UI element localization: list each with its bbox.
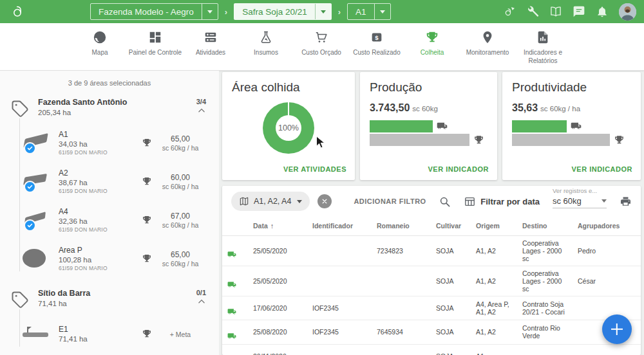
- card-title: Produção: [370, 80, 488, 95]
- field-goal[interactable]: 60,00 sc 60kg / ha: [142, 173, 209, 190]
- actual-bar-row: [370, 120, 471, 132]
- areas-filter-chip-label: A1, A2, A4: [254, 197, 291, 206]
- harvest-row[interactable]: 17/06/2020IOF2345SOJAA4, Area P, A1, A2C…: [222, 296, 641, 320]
- season-selector-dropdown[interactable]: [315, 4, 331, 19]
- area-selector[interactable]: A1: [347, 3, 391, 20]
- farm-group-fazenda-santo-antonio: Fazenda Santo Antônio 205,34 ha 3/4 A1 3…: [0, 91, 219, 282]
- see-activities-link[interactable]: VER ATIVIDADES: [283, 165, 346, 173]
- help-book-icon[interactable]: [549, 5, 562, 18]
- see-indicator-link[interactable]: VER INDICADOR: [428, 165, 489, 173]
- module-navbar: MapaPainel de ControleAtividadesInsumosC…: [0, 23, 644, 71]
- field-item-a2[interactable]: A2 38,67 ha61I59 DON MARIO 60,00 sc 60kg…: [0, 162, 219, 201]
- collapse-chevron-icon[interactable]: [197, 297, 206, 306]
- topbar: Fazenda Modelo - Aegro › Safra Soja 20/2…: [0, 0, 644, 23]
- area-selector-value: A1: [348, 7, 374, 17]
- nav-item-atividades[interactable]: Atividades: [183, 23, 238, 70]
- field-area: 100,28 ha: [59, 256, 142, 264]
- add-filter-button[interactable]: ADICIONAR FILTRO: [354, 197, 426, 205]
- field-shape-wrap: [22, 321, 50, 347]
- productivity-value-line: 35,63sc 60kg / ha: [512, 102, 631, 114]
- cell-romaneio: 7645934: [373, 320, 432, 344]
- harvest-row[interactable]: 25/05/2020SOJAA1, A2Cooperativa Lages - …: [222, 266, 641, 296]
- goal-text: 67,00 sc 60kg / ha: [152, 212, 209, 229]
- main-panel: Área colhida 100% VER ATIVIDADES Produçã…: [219, 71, 644, 355]
- nav-item-colheita[interactable]: Colheita: [404, 23, 460, 70]
- column-agrupadores[interactable]: Agrupadores: [574, 217, 641, 236]
- sort-asc-icon[interactable]: ↑: [270, 222, 274, 230]
- notifications-bell-icon[interactable]: [596, 5, 609, 18]
- field-area: 38,67 ha: [59, 179, 142, 187]
- goal-unit: + Meta: [152, 331, 209, 338]
- field-area: 34,03 ha: [59, 140, 142, 148]
- search-icon[interactable]: [439, 196, 451, 208]
- field-text: E1 71,41 ha: [59, 325, 142, 343]
- print-icon[interactable]: [620, 196, 632, 208]
- user-avatar[interactable]: [619, 3, 636, 21]
- column-romaneio[interactable]: Romaneio: [373, 217, 432, 236]
- cell-agrupadores: [574, 344, 641, 355]
- column-cultivar[interactable]: Cultivar: [432, 217, 472, 236]
- assistant-icon[interactable]: [503, 5, 516, 18]
- unit-select-caption: Ver registros e...: [553, 187, 597, 194]
- field-goal[interactable]: + Meta: [142, 329, 209, 339]
- nav-label: Atividades: [196, 48, 225, 57]
- goal-bar: [512, 134, 610, 146]
- nav-label: Colheita: [421, 48, 444, 57]
- chat-icon[interactable]: [573, 5, 585, 18]
- date-grid-icon: [464, 196, 476, 208]
- season-selector[interactable]: Safra Soja 20/21: [234, 3, 332, 20]
- column-identificador[interactable]: Identificador: [308, 217, 373, 236]
- field-item-e1[interactable]: E1 71,41 ha + Meta: [0, 314, 219, 353]
- harvest-row[interactable]: 25/08/2020IOF23457645934SOJAA1, A2Contra…: [222, 320, 641, 344]
- nav-label: Painel de Controle: [129, 48, 182, 57]
- nav-item-mapa[interactable]: Mapa: [72, 23, 128, 70]
- add-record-fab[interactable]: [602, 314, 632, 344]
- nav-label: Indicadores e Relatórios: [515, 48, 571, 65]
- card-title: Área colhida: [232, 80, 345, 95]
- cell-data: 17/06/2020: [249, 296, 308, 320]
- unit-select[interactable]: Ver registros e... sc 60kg: [553, 195, 607, 208]
- nav-item-custo-realizado[interactable]: $Custo Realizado: [349, 23, 404, 70]
- farm-selector[interactable]: Fazenda Modelo - Aegro: [90, 3, 218, 20]
- see-indicator-link[interactable]: VER INDICADOR: [571, 165, 632, 173]
- nav-item-indicadores-e-relatorios[interactable]: Indicadores e Relatórios: [515, 23, 571, 70]
- trophy-icon: [614, 134, 625, 145]
- area-selector-dropdown[interactable]: [374, 4, 390, 19]
- goal-unit: sc 60kg / ha: [152, 144, 209, 152]
- tools-icon[interactable]: [526, 5, 539, 18]
- farm-group-header[interactable]: Fazenda Santo Antônio 205,34 ha 3/4: [0, 91, 219, 120]
- field-name: A4: [59, 207, 142, 216]
- harvest-row[interactable]: 20/11/2020SOJAA1: [222, 344, 641, 355]
- filter-by-date-button[interactable]: Filtrar por data: [464, 196, 540, 208]
- field-goal[interactable]: 67,00 sc 60kg / ha: [142, 212, 209, 229]
- field-item-a1[interactable]: A1 34,03 ha61I59 DON MARIO 65,00 sc 60kg…: [0, 123, 219, 162]
- cell-data: 25/08/2020: [249, 320, 308, 344]
- nav-label: Custo Orçado: [301, 48, 341, 57]
- field-item-a4[interactable]: A4 32,36 ha61I59 DON MARIO 67,00 sc 60kg…: [0, 201, 219, 239]
- truck-icon: [226, 250, 245, 259]
- field-goal[interactable]: 65,00 sc 60kg / ha: [142, 250, 209, 268]
- farm-group-header[interactable]: Sítio da Barra 71,41 ha 0/1: [0, 282, 219, 311]
- column-destino[interactable]: Destino: [518, 217, 574, 236]
- nav-item-monitoramento[interactable]: Monitoramento: [460, 23, 515, 70]
- areas-filter-chip[interactable]: A1, A2, A4: [231, 192, 310, 211]
- nav-item-painel-de-controle[interactable]: Painel de Controle: [128, 23, 183, 70]
- harvest-row[interactable]: 25/05/20207234823SOJAA1, A2Cooperativa L…: [222, 236, 641, 266]
- productivity-value: 35,63: [512, 102, 538, 113]
- nav-item-custo-orcado[interactable]: Custo Orçado: [294, 23, 349, 70]
- column-data[interactable]: Data↑: [249, 217, 308, 236]
- collapse-chevron-icon[interactable]: [197, 106, 206, 115]
- field-variety: 61I59 DON MARIO: [59, 226, 142, 233]
- selected-check-icon: [24, 219, 36, 232]
- areas-selection-summary: 3 de 9 áreas selecionadas: [0, 71, 219, 91]
- column-origem[interactable]: Origem: [472, 217, 518, 236]
- nav-item-insumos[interactable]: Insumos: [238, 23, 294, 70]
- field-goal[interactable]: 65,00 sc 60kg / ha: [142, 134, 209, 152]
- field-item-area-p[interactable]: Area P 100,28 ha61I59 DON MARIO 65,00 sc…: [0, 239, 219, 278]
- breadcrumb-chevron-icon: ›: [218, 7, 234, 17]
- field-shape-wrap: [22, 130, 50, 156]
- farm-group-sitio-da-barra: Sítio da Barra 71,41 ha 0/1 E1 71,41 ha …: [0, 282, 219, 355]
- farm-selector-dropdown[interactable]: [202, 4, 218, 19]
- column-truck: [222, 217, 249, 236]
- clear-filter-button[interactable]: [317, 194, 332, 208]
